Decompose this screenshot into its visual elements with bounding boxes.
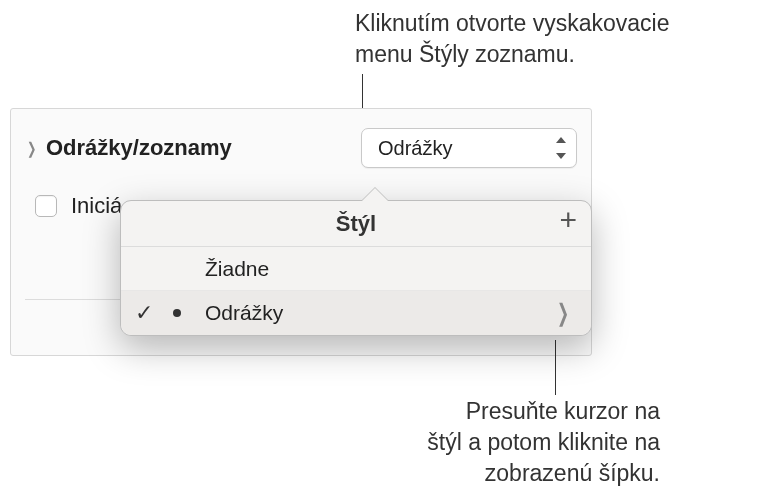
- dropdown-value: Odrážky: [378, 137, 542, 160]
- list-style-dropdown[interactable]: Odrážky: [361, 128, 577, 168]
- updown-arrows-icon: [554, 137, 568, 159]
- chevron-right-icon[interactable]: ❯: [27, 139, 36, 158]
- callout-top-text: Kliknutím otvorte vyskakovacie menu Štýl…: [355, 10, 669, 67]
- bullets-lists-row: ❯ Odrážky/zoznamy Odrážky: [11, 109, 591, 175]
- section-title: Odrážky/zoznamy: [46, 135, 232, 161]
- callout-bottom-text: Presuňte kurzor na štýl a potom kliknite…: [427, 398, 660, 486]
- style-item-bullets[interactable]: ✓ Odrážky ❯: [121, 291, 591, 335]
- style-item-label: Žiadne: [205, 257, 269, 281]
- add-style-button[interactable]: +: [559, 205, 577, 235]
- checkmark-icon: ✓: [135, 300, 153, 326]
- style-item-none[interactable]: Žiadne: [121, 247, 591, 291]
- style-item-label: Odrážky: [205, 301, 283, 325]
- popover-header: Štýl +: [121, 201, 591, 247]
- popover-title: Štýl: [336, 211, 376, 237]
- bullet-icon: [173, 309, 181, 317]
- popover-caret-icon: [361, 188, 389, 202]
- style-popover: Štýl + Žiadne ✓ Odrážky ❯: [120, 200, 592, 336]
- chevron-right-icon[interactable]: ❯: [557, 299, 569, 327]
- callout-top: Kliknutím otvorte vyskakovacie menu Štýl…: [355, 8, 669, 70]
- dropcap-checkbox[interactable]: [35, 195, 57, 217]
- style-list: Žiadne ✓ Odrážky ❯: [121, 247, 591, 335]
- leader-line-bottom: [555, 340, 556, 395]
- callout-bottom: Presuňte kurzor na štýl a potom kliknite…: [380, 396, 660, 489]
- dropcap-label: Iniciá: [71, 193, 122, 219]
